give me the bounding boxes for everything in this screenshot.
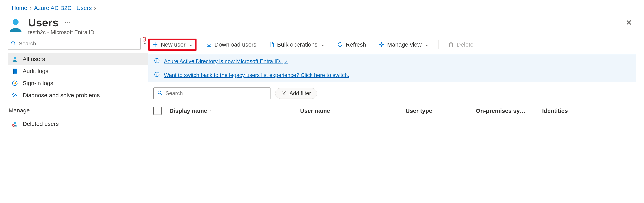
deleted-user-icon bbox=[11, 121, 18, 127]
sidebar-item-label: Audit logs bbox=[23, 68, 48, 74]
document-icon bbox=[269, 42, 274, 47]
signin-icon bbox=[11, 80, 18, 86]
toolbar-overflow-icon[interactable]: ··· bbox=[624, 41, 636, 48]
column-on-premises[interactable]: On-premises sy… bbox=[476, 108, 534, 114]
column-label: Display name bbox=[170, 108, 207, 114]
sidebar-item-label: Sign-in logs bbox=[23, 80, 53, 86]
command-bar: New user ⌄ Download users Bulk operation… bbox=[148, 38, 636, 54]
svg-rect-5 bbox=[13, 69, 14, 74]
svg-line-2 bbox=[14, 44, 16, 45]
sidebar-search-input[interactable] bbox=[18, 40, 138, 47]
step-callout: 3 bbox=[142, 35, 146, 43]
sidebar-item-audit-logs[interactable]: Audit logs bbox=[8, 65, 148, 77]
breadcrumb: Home › Azure AD B2C | Users › bbox=[0, 0, 644, 13]
sidebar-item-label: Deleted users bbox=[23, 121, 59, 127]
sidebar-item-label: All users bbox=[23, 56, 45, 62]
divider bbox=[8, 116, 140, 116]
users-search[interactable] bbox=[154, 87, 270, 99]
sidebar-item-all-users[interactable]: All users bbox=[8, 53, 148, 65]
search-icon bbox=[157, 90, 162, 97]
info-banner-link[interactable]: Azure Active Directory is now Microsoft … bbox=[164, 58, 288, 64]
sidebar-item-label: Diagnose and solve problems bbox=[23, 92, 100, 99]
tools-icon bbox=[11, 92, 18, 98]
svg-line-25 bbox=[160, 93, 162, 95]
info-icon bbox=[154, 58, 160, 65]
user-icon bbox=[8, 17, 24, 33]
page-header: Users ··· testb2c - Microsoft Entra ID ✕ bbox=[0, 13, 644, 38]
select-all-checkbox[interactable] bbox=[154, 107, 162, 115]
svg-point-3 bbox=[14, 57, 16, 59]
chevron-down-icon: ⌄ bbox=[425, 42, 428, 47]
sidebar-item-deleted-users[interactable]: Deleted users bbox=[8, 118, 148, 130]
breadcrumb-home[interactable]: Home bbox=[12, 5, 27, 11]
sidebar-item-signin-logs[interactable]: Sign-in logs bbox=[8, 77, 148, 89]
download-users-button[interactable]: Download users bbox=[204, 39, 259, 50]
svg-marker-26 bbox=[282, 91, 286, 94]
page-title-text: Users bbox=[28, 17, 58, 28]
button-label: Refresh bbox=[346, 41, 366, 48]
content-pane: 3 New user ⌄ Download users Bulk bbox=[148, 38, 644, 118]
refresh-icon bbox=[337, 42, 343, 47]
page-title: Users ··· bbox=[28, 17, 622, 28]
refresh-button[interactable]: Refresh bbox=[334, 39, 369, 50]
column-user-name[interactable]: User name bbox=[300, 108, 398, 114]
gear-icon bbox=[378, 42, 384, 47]
info-banner-link[interactable]: Want to switch back to the legacy users … bbox=[164, 72, 349, 78]
button-label: Bulk operations bbox=[277, 41, 318, 48]
banner-text: Azure Active Directory is now Microsoft … bbox=[164, 58, 282, 64]
breadcrumb-separator: › bbox=[94, 5, 96, 11]
toolbar-separator bbox=[438, 40, 438, 49]
svg-rect-9 bbox=[13, 125, 14, 126]
svg-point-0 bbox=[13, 19, 18, 25]
svg-point-23 bbox=[156, 73, 157, 74]
manage-view-button[interactable]: Manage view ⌄ bbox=[376, 39, 432, 50]
svg-point-7 bbox=[14, 122, 16, 124]
search-icon bbox=[11, 40, 16, 47]
sort-ascending-icon: ↑ bbox=[209, 108, 211, 114]
breadcrumb-separator: › bbox=[30, 5, 32, 11]
svg-point-24 bbox=[158, 91, 161, 94]
close-icon[interactable]: ✕ bbox=[622, 17, 636, 28]
filter-bar: Add filter bbox=[148, 82, 636, 104]
new-user-button[interactable]: New user ⌄ bbox=[148, 38, 196, 51]
users-search-input[interactable] bbox=[165, 90, 266, 97]
column-identities[interactable]: Identities bbox=[542, 108, 581, 114]
sidebar-search[interactable] bbox=[8, 38, 140, 49]
page-subtitle: testb2c - Microsoft Entra ID bbox=[28, 29, 622, 35]
button-label: Delete bbox=[456, 41, 474, 48]
info-banner-legacy: Want to switch back to the legacy users … bbox=[148, 68, 636, 82]
sidebar-section-manage: Manage bbox=[8, 101, 148, 115]
trash-icon bbox=[448, 42, 454, 47]
info-icon bbox=[154, 72, 160, 78]
log-icon bbox=[11, 68, 18, 74]
button-label: Add filter bbox=[290, 90, 311, 96]
info-banner-rename: Azure Active Directory is now Microsoft … bbox=[148, 54, 636, 68]
plus-icon bbox=[152, 42, 158, 47]
users-table-header: Display name ↑ User name User type On-pr… bbox=[148, 104, 636, 118]
sidebar-item-diagnose[interactable]: Diagnose and solve problems bbox=[8, 89, 148, 101]
header-more-icon[interactable]: ··· bbox=[64, 20, 70, 25]
delete-button: Delete bbox=[446, 39, 476, 50]
chevron-down-icon: ⌄ bbox=[189, 42, 192, 47]
chevron-down-icon: ⌄ bbox=[321, 42, 324, 47]
svg-point-1 bbox=[12, 41, 14, 44]
add-filter-button[interactable]: Add filter bbox=[275, 88, 317, 99]
svg-point-14 bbox=[380, 44, 382, 46]
button-label: Download users bbox=[214, 41, 256, 48]
button-label: New user bbox=[161, 41, 186, 48]
column-display-name[interactable]: Display name ↑ bbox=[170, 108, 292, 114]
breadcrumb-users[interactable]: Azure AD B2C | Users bbox=[34, 5, 92, 11]
button-label: Manage view bbox=[387, 41, 422, 48]
bulk-operations-button[interactable]: Bulk operations ⌄ bbox=[266, 39, 327, 50]
sidebar: « All users Audit logs Sign-in logs Diag bbox=[8, 38, 148, 130]
filter-icon bbox=[281, 90, 286, 97]
column-user-type[interactable]: User type bbox=[406, 108, 468, 114]
user-icon bbox=[11, 56, 18, 62]
download-icon bbox=[206, 42, 212, 47]
svg-point-20 bbox=[156, 59, 157, 60]
external-link-icon: ↗ bbox=[284, 59, 288, 64]
svg-rect-15 bbox=[450, 43, 452, 47]
